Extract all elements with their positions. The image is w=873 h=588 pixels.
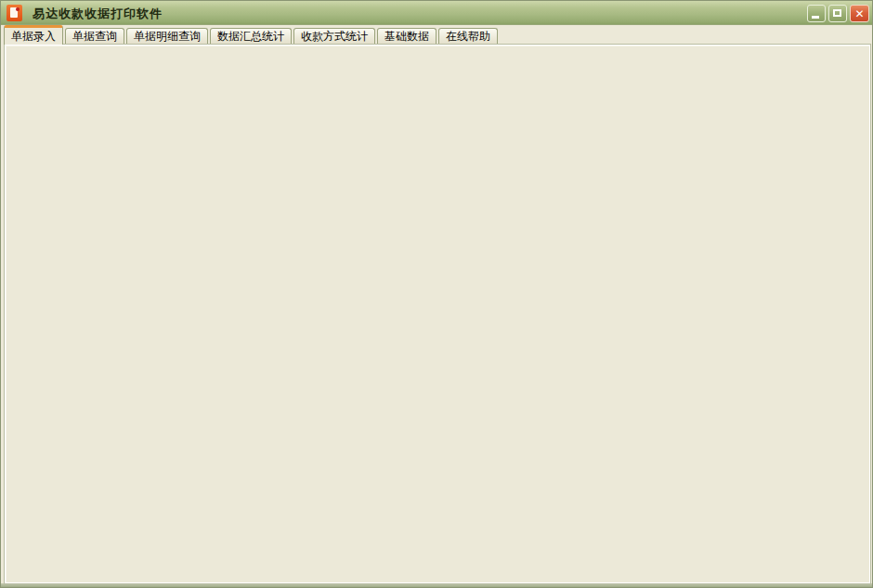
window-title: 易达收款收据打印软件 xyxy=(33,6,163,22)
tab-5[interactable]: 基础数据 xyxy=(377,28,436,45)
tab-label: 收款方式统计 xyxy=(301,30,368,43)
maximize-icon xyxy=(833,9,841,17)
app-icon xyxy=(7,5,22,21)
tab-content-panel xyxy=(5,45,870,583)
close-icon: ✕ xyxy=(851,7,868,21)
tab-3[interactable]: 数据汇总统计 xyxy=(210,28,292,45)
red-dot xyxy=(16,7,20,11)
title-bar: 易达收款收据打印软件 ✕ xyxy=(1,1,873,25)
tab-strip: 单据录入单据查询单据明细查询数据汇总统计收款方式统计基础数据在线帮助 xyxy=(4,25,500,45)
window-bottom-border xyxy=(1,583,873,588)
tab-6[interactable]: 在线帮助 xyxy=(438,28,498,45)
tab-1[interactable]: 单据查询 xyxy=(65,28,124,45)
tab-label: 基础数据 xyxy=(384,30,429,43)
tab-label: 单据明细查询 xyxy=(134,30,201,43)
tab-2[interactable]: 单据明细查询 xyxy=(126,28,208,45)
tab-label: 在线帮助 xyxy=(446,30,490,43)
tab-label: 单据查询 xyxy=(72,30,117,43)
minimize-button[interactable] xyxy=(807,5,826,22)
app-window: 易达收款收据打印软件 ✕ 单据录入单据查询单据明细查询数据汇总统计收款方式统计基… xyxy=(0,0,873,588)
tab-label: 单据录入 xyxy=(11,30,56,43)
close-button[interactable]: ✕ xyxy=(850,5,869,22)
tab-0[interactable]: 单据录入 xyxy=(4,25,63,45)
tab-4[interactable]: 收款方式统计 xyxy=(293,28,375,45)
minimize-icon xyxy=(812,16,819,19)
maximize-button[interactable] xyxy=(828,5,847,22)
tab-label: 数据汇总统计 xyxy=(217,30,284,43)
